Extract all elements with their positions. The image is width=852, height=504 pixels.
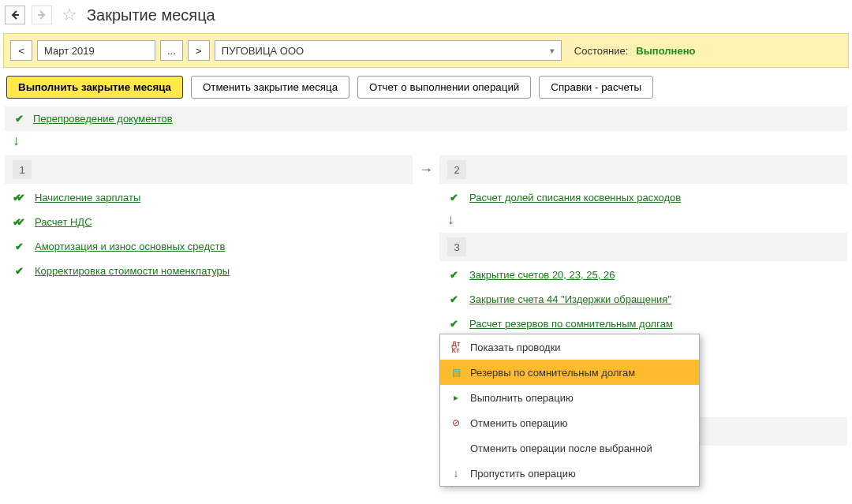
left-column: 1 ✔✔ Начисление зарплаты ✔✔ Расчет НДС ✔… <box>5 155 413 495</box>
stage2-shares-row: ✔ Расчет долей списания косвенных расход… <box>439 187 847 208</box>
menu-cancel-after-label: Отменить операции после выбранной <box>470 442 652 454</box>
period-prev-button[interactable]: < <box>10 40 32 61</box>
dropdown-icon: ▾ <box>550 46 555 56</box>
stage-3-number: 3 <box>447 237 466 256</box>
organization-field[interactable]: ПУГОВИЦА ООО ▾ <box>215 40 562 61</box>
menu-show-entries[interactable]: ДтКт Показать проводки <box>440 334 699 360</box>
check-icon: ✔ <box>447 192 460 203</box>
stage3-close44-row: ✔ Закрытие счета 44 "Издержки обращения" <box>439 289 847 310</box>
check-icon: ✔ <box>13 265 25 277</box>
double-check-icon: ✔✔ <box>13 192 25 203</box>
menu-cancel-operation[interactable]: ⊘ Отменить операцию <box>440 410 699 435</box>
report-icon: ▤ <box>450 366 462 379</box>
check-icon: ✔ <box>447 318 460 330</box>
run-month-close-button[interactable]: Выполнить закрытие месяца <box>6 76 183 99</box>
menu-skip-operation-label: Пропустить операцию <box>470 468 576 480</box>
check-icon: ✔ <box>13 241 25 252</box>
depreciation-link[interactable]: Амортизация и износ основных средств <box>35 241 225 252</box>
check-icon: ✔ <box>447 269 460 281</box>
toolbar: Выполнить закрытие месяца Отменить закры… <box>0 68 852 106</box>
cost-correction-link[interactable]: Корректировка стоимости номенклатуры <box>35 265 230 277</box>
menu-run-operation[interactable]: ▸ Выполнить операцию <box>440 385 699 410</box>
vat-link[interactable]: Расчет НДС <box>35 216 92 228</box>
menu-run-operation-label: Выполнить операцию <box>470 392 574 404</box>
period-next-button[interactable]: > <box>188 40 210 61</box>
run-icon: ▸ <box>450 391 462 404</box>
menu-cancel-after[interactable]: Отменить операции после выбранной <box>440 435 699 461</box>
top-navbar: ☆ Закрытие месяца <box>0 0 852 33</box>
menu-reserves-report-label: Резервы по сомнительным долгам <box>470 367 635 379</box>
doubtful-debts-reserve-link[interactable]: Расчет резервов по сомнительным долгам <box>469 318 673 330</box>
status-label: Состояние: <box>574 45 628 57</box>
nav-back-button[interactable] <box>5 6 25 24</box>
nav-forward-button[interactable] <box>32 6 52 24</box>
period-field[interactable]: Март 2019 <box>37 40 155 61</box>
skip-icon: ↓ <box>450 467 462 480</box>
double-check-icon: ✔✔ <box>13 216 25 228</box>
flow-arrow-down-icon: ↓ <box>13 133 20 148</box>
check-icon: ✔ <box>13 113 25 125</box>
stage1-payroll-row: ✔✔ Начисление зарплаты <box>5 187 413 208</box>
repost-documents-link[interactable]: Перепроведение документов <box>33 113 173 125</box>
menu-skip-operation[interactable]: ↓ Пропустить операцию <box>440 461 699 486</box>
blank-icon <box>450 442 462 454</box>
status-value: Выполнено <box>636 45 695 57</box>
check-icon: ✔ <box>447 293 460 305</box>
operations-report-button[interactable]: Отчет о выполнении операций <box>357 76 531 99</box>
cancel-month-close-button[interactable]: Отменить закрытие месяца <box>191 76 349 99</box>
stage1-vat-row: ✔✔ Расчет НДС <box>5 211 413 233</box>
dtkt-icon: ДтКт <box>450 341 462 353</box>
references-button[interactable]: Справки - расчеты <box>539 76 653 99</box>
status-footer: ✔ Выполнено: 11 ✔ Необходимо повторить: … <box>0 498 852 504</box>
parameters-bar: < Март 2019 ... > ПУГОВИЦА ООО ▾ Состоян… <box>3 33 849 68</box>
close-accounts-20-23-25-26-link[interactable]: Закрытие счетов 20, 23, 25, 26 <box>469 269 615 281</box>
close-account-44-link[interactable]: Закрытие счета 44 "Издержки обращения" <box>469 293 671 305</box>
period-picker-button[interactable]: ... <box>160 40 183 61</box>
menu-reserves-report[interactable]: ▤ Резервы по сомнительным долгам <box>440 360 699 385</box>
cancel-icon: ⊘ <box>450 416 462 429</box>
indirect-costs-link[interactable]: Расчет долей списания косвенных расходов <box>469 192 681 203</box>
right-column: → 2 ✔ Расчет долей списания косвенных ра… <box>422 155 847 495</box>
stage-1-header: 1 <box>5 155 413 184</box>
menu-cancel-operation-label: Отменить операцию <box>470 417 567 429</box>
stage-2-number: 2 <box>447 160 466 179</box>
stage3-reserves-row: ✔ Расчет резервов по сомнительным долгам… <box>439 313 847 334</box>
payroll-link[interactable]: Начисление зарплаты <box>35 192 140 203</box>
menu-show-entries-label: Показать проводки <box>470 342 561 353</box>
stage-3-header: 3 <box>439 233 847 261</box>
stage-1-number: 1 <box>13 160 32 179</box>
stage-2-header: 2 <box>439 155 847 184</box>
organization-value: ПУГОВИЦА ООО <box>222 45 304 57</box>
stage1-cost-row: ✔ Корректировка стоимости номенклатуры <box>5 260 413 282</box>
repost-documents-row: ✔ Перепроведение документов <box>5 106 847 131</box>
flow-arrow-down-icon: ↓ <box>447 211 454 227</box>
flow-arrow-right-icon: → <box>419 162 433 178</box>
context-menu: ДтКт Показать проводки ▤ Резервы по сомн… <box>439 334 700 487</box>
favorite-star-icon[interactable]: ☆ <box>58 5 80 25</box>
page-title: Закрытие месяца <box>87 6 215 24</box>
period-value: Март 2019 <box>44 45 95 57</box>
stage1-depr-row: ✔ Амортизация и износ основных средств <box>5 236 413 257</box>
stage3-close2023-row: ✔ Закрытие счетов 20, 23, 25, 26 <box>439 264 847 286</box>
